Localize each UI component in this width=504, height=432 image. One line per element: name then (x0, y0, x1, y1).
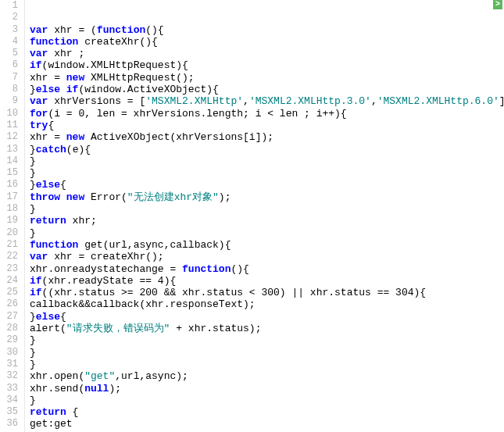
token-kw: else (36, 179, 60, 191)
code-line[interactable]: }catch(e){ (30, 144, 504, 155)
code-line[interactable]: for(i = 0, len = xhrVersions.length; i <… (30, 108, 504, 120)
token-id: { (60, 179, 66, 191)
line-number: 11 (0, 120, 23, 131)
token-kw: new (66, 72, 84, 84)
token-id: xhr = ( (48, 24, 96, 36)
token-id: xhr.send( (30, 383, 84, 395)
token-kw: function (182, 263, 231, 275)
code-line[interactable]: } (30, 334, 504, 346)
code-line[interactable]: } (30, 359, 504, 370)
run-marker-icon[interactable]: > (493, 0, 502, 9)
code-line[interactable]: if((xhr.status >= 200 && xhr.status < 30… (30, 287, 504, 298)
token-id: } (30, 395, 36, 406)
code-line[interactable]: return xhr; (30, 215, 504, 227)
line-number: 35 (0, 406, 23, 418)
code-line[interactable]: xhr = new XMLHttpRequest(); (30, 72, 504, 84)
token-id: callback&&callback(xhr.responseText); (30, 298, 256, 310)
token-id: { (66, 406, 79, 418)
token-id: xhr = createXhr(); (48, 251, 163, 262)
token-id: alert( (30, 323, 66, 334)
token-id: (e){ (66, 144, 91, 155)
code-line[interactable]: var xhr = (function(){ (30, 24, 504, 36)
code-line[interactable]: } (30, 203, 504, 215)
code-line[interactable]: var xhr ; (30, 48, 504, 59)
line-number: 31 (0, 359, 23, 370)
code-line[interactable]: } (30, 227, 504, 239)
token-kw: else (36, 311, 60, 323)
token-kw: var (30, 95, 48, 107)
code-line[interactable]: xhr.send(null); (30, 383, 504, 395)
token-kw: try (30, 120, 48, 131)
token-id: } (30, 227, 36, 239)
token-kw: new (66, 131, 84, 143)
token-kw: var (30, 24, 48, 36)
token-kw: else if (36, 84, 79, 95)
token-kw: return (30, 406, 66, 418)
token-id: (){ (145, 24, 163, 36)
code-line[interactable]: }else{ (30, 311, 504, 323)
token-str: "请求失败，错误码为" (66, 323, 170, 334)
code-line[interactable]: return { (30, 406, 504, 418)
line-number: 5 (0, 48, 23, 59)
code-line[interactable]: get:get (30, 418, 504, 430)
code-line[interactable]: xhr.onreadystatechange = function(){ (30, 263, 504, 275)
code-line[interactable]: xhr.open("get",url,async); (30, 370, 504, 382)
token-kw: return (30, 215, 66, 227)
line-number: 36 (0, 418, 23, 430)
code-line[interactable]: var xhrVersions = ['MSXML2.XMLHttp','MSX… (30, 95, 504, 107)
line-number: 15 (0, 167, 23, 179)
code-line[interactable]: alert("请求失败，错误码为" + xhr.status); (30, 323, 504, 334)
line-number: 10 (0, 108, 23, 120)
line-number: 26 (0, 298, 23, 310)
token-id: , (371, 95, 377, 107)
token-id: (xhr.readyState == 4){ (42, 275, 177, 287)
code-line[interactable]: } (30, 167, 504, 179)
code-line[interactable]: var xhr = createXhr(); (30, 251, 504, 262)
code-line[interactable]: function get(url,async,callback){ (30, 239, 504, 251)
line-number: 6 (0, 59, 23, 71)
code-line[interactable]: } (30, 155, 504, 167)
token-id: xhr = (30, 72, 66, 84)
code-line[interactable]: callback&&callback(xhr.responseText); (30, 298, 504, 310)
code-line[interactable]: } (30, 347, 504, 359)
token-id: { (48, 120, 54, 131)
code-line[interactable]: }else if(window.ActiveXObject){ (30, 84, 504, 95)
line-number: 23 (0, 263, 23, 275)
token-id: ,url,async); (115, 370, 188, 382)
line-number: 16 (0, 179, 23, 191)
token-kw: catch (36, 144, 66, 155)
line-number: 4 (0, 36, 23, 48)
token-str: 'MSXML2.XMLHttp.3.0' (249, 95, 371, 107)
line-number: 29 (0, 334, 23, 346)
line-number: 34 (0, 395, 23, 406)
token-id: } (30, 84, 36, 95)
code-line[interactable]: if(window.XMLHttpRequest){ (30, 59, 504, 71)
token-id: xhr ; (48, 48, 84, 59)
code-line[interactable]: xhr = new ActiveXObject(xhrVersions[i]); (30, 131, 504, 143)
code-line[interactable]: throw new Error("无法创建xhr对象"); (30, 191, 504, 203)
code-line[interactable]: try{ (30, 120, 504, 131)
token-id: Error( (84, 191, 127, 203)
token-kw: function (97, 24, 145, 36)
token-str: "get" (84, 370, 115, 382)
code-line[interactable]: } (30, 395, 504, 406)
token-id: (window.XMLHttpRequest){ (42, 59, 188, 71)
token-id: XMLHttpRequest(); (84, 72, 194, 84)
token-kw: function (30, 239, 78, 251)
token-id: xhr.open( (30, 370, 84, 382)
token-id: } (30, 311, 36, 323)
code-line[interactable]: }else{ (30, 179, 504, 191)
line-number: 2 (0, 12, 23, 23)
code-line[interactable]: function createXhr(){ (30, 36, 504, 48)
code-editor[interactable]: > var xhr = (function(){function createX… (25, 0, 504, 432)
line-number: 7 (0, 72, 23, 84)
token-id: ((xhr.status >= 200 && xhr.status < 300)… (42, 287, 426, 298)
token-id: } (30, 347, 36, 359)
line-number: 27 (0, 311, 23, 323)
token-kw: null (84, 383, 109, 395)
line-number-gutter: 1234567891011121314151617181920212223242… (0, 0, 25, 432)
code-line[interactable]: if(xhr.readyState == 4){ (30, 275, 504, 287)
token-id: { (60, 311, 66, 323)
line-number: 14 (0, 155, 23, 167)
line-number: 33 (0, 383, 23, 395)
